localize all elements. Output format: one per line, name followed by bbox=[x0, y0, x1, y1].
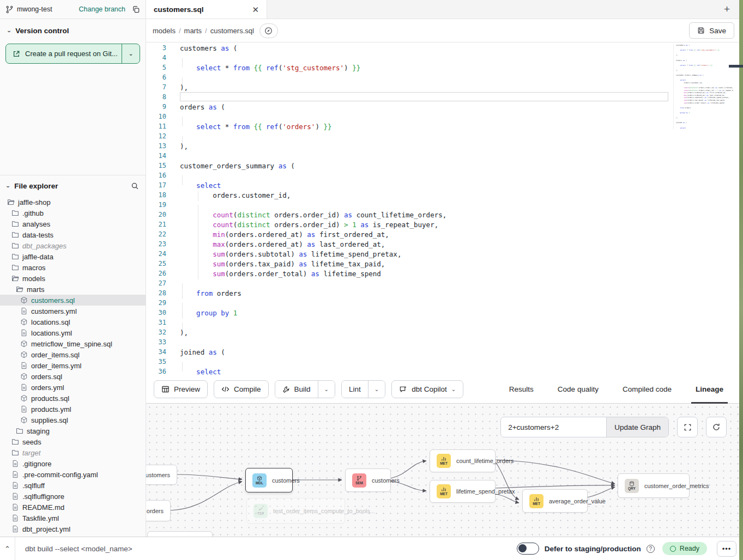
tree-item-orders-yml[interactable]: orders.yml bbox=[0, 382, 146, 393]
lineage-node-customers-model[interactable]: MDLcustomers bbox=[245, 468, 293, 492]
code-line-32[interactable]: 32), bbox=[146, 327, 672, 337]
refresh-icon[interactable] bbox=[706, 417, 727, 437]
code-line-12[interactable]: 12 bbox=[146, 131, 672, 141]
file-explorer-header[interactable]: ⌄ File explorer bbox=[0, 175, 146, 193]
code-line-8[interactable]: 8 bbox=[146, 92, 672, 102]
tree-item-readme-md[interactable]: README.md bbox=[0, 502, 146, 513]
change-branch-link[interactable]: Change branch bbox=[79, 5, 125, 13]
tree-item-target[interactable]: target bbox=[0, 447, 146, 458]
tree-item-customers-yml[interactable]: customers.yml bbox=[0, 306, 146, 316]
tab-compiled-code[interactable]: Compiled code bbox=[611, 375, 684, 403]
tree-item-supplies-sql[interactable]: supplies.sql bbox=[0, 415, 146, 425]
collapse-panel-icon[interactable]: ⌃ bbox=[0, 545, 15, 553]
lineage-node-stg_customers[interactable]: stg_customers bbox=[146, 465, 177, 485]
dbt-command-input[interactable]: dbt build --select <model_name> bbox=[15, 537, 517, 560]
lineage-panel[interactable]: stg_customersordersMDLcustomersTSTtest_o… bbox=[146, 404, 743, 537]
lint-dropdown[interactable]: ⌄ bbox=[368, 381, 385, 398]
code-line-33[interactable]: 33 bbox=[146, 337, 672, 347]
tree-item--sqlfluff[interactable]: .sqlfluff bbox=[0, 480, 146, 491]
tree-item-jaffle-data[interactable]: jaffle-data bbox=[0, 251, 146, 262]
lineage-node-customer_order_metrics[interactable]: QRYcustomer_order_metrics bbox=[618, 473, 690, 498]
tree-item--pre-commit-config-yaml[interactable]: .pre-commit-config.yaml bbox=[0, 469, 146, 480]
code-line-17[interactable]: 17 select bbox=[146, 180, 672, 190]
search-icon[interactable] bbox=[131, 182, 139, 190]
code-line-26[interactable]: 26 sum(orders.order_total) as lifetime_s… bbox=[146, 269, 672, 278]
build-dropdown[interactable]: ⌄ bbox=[318, 381, 335, 398]
lineage-node-customers-semantic[interactable]: SEMcustomers bbox=[345, 468, 391, 492]
code-line-29[interactable]: 29 bbox=[146, 298, 672, 308]
code-line-27[interactable]: 27 bbox=[146, 278, 672, 288]
code-line-30[interactable]: 30 group by 1 bbox=[146, 308, 672, 318]
code-line-14[interactable]: 14 bbox=[146, 151, 672, 161]
minimap[interactable]: customers as ( select * from {{ ref('stg… bbox=[673, 44, 733, 129]
tree-item-products-yml[interactable]: products.yml bbox=[0, 404, 146, 415]
code-line-7[interactable]: 7), bbox=[146, 82, 672, 92]
breadcrumb-models[interactable]: models bbox=[153, 27, 176, 35]
tree-item--gitignore[interactable]: .gitignore bbox=[0, 458, 146, 469]
code-line-24[interactable]: 24 sum(orders.subtotal) as lifetime_spen… bbox=[146, 249, 672, 259]
code-line-31[interactable]: 31 bbox=[146, 318, 672, 327]
code-line-5[interactable]: 5 select * from {{ ref('stg_customers') … bbox=[146, 63, 672, 72]
code-line-6[interactable]: 6 bbox=[146, 72, 672, 82]
code-line-9[interactable]: 9orders as ( bbox=[146, 102, 672, 112]
tree-item-seeds[interactable]: seeds bbox=[0, 436, 146, 447]
breadcrumb-marts[interactable]: marts bbox=[184, 27, 202, 35]
lint-button[interactable]: Lint bbox=[342, 381, 368, 398]
code-line-36[interactable]: 36 select bbox=[146, 367, 672, 375]
tab-results[interactable]: Results bbox=[497, 375, 546, 403]
defer-toggle[interactable] bbox=[517, 543, 539, 555]
breadcrumb-file[interactable]: customers.sql bbox=[210, 27, 254, 35]
tree-item-taskfile-yml[interactable]: Taskfile.yml bbox=[0, 513, 146, 524]
dbt-copilot-button[interactable]: dbt Copilot ⌄ bbox=[391, 380, 463, 398]
lineage-node-test-order-items[interactable]: TSTtest_order_items_compute_to_bools... bbox=[246, 498, 345, 524]
close-icon[interactable]: ✕ bbox=[252, 5, 259, 14]
scrollbar-thumb[interactable] bbox=[729, 65, 743, 68]
code-editor[interactable]: 3customers as (45 select * from {{ ref('… bbox=[146, 42, 743, 375]
lineage-selector-input[interactable]: 2+customers+2 bbox=[501, 417, 606, 437]
code-line-28[interactable]: 28 from orders bbox=[146, 288, 672, 298]
code-line-21[interactable]: 21 count(distinct orders.order_id) > 1 a… bbox=[146, 220, 672, 229]
new-tab-button[interactable]: + bbox=[724, 3, 730, 15]
tree-item-models[interactable]: models bbox=[0, 273, 146, 284]
compile-button[interactable]: Compile bbox=[214, 380, 269, 398]
code-line-25[interactable]: 25 sum(orders.tax_paid) as lifetime_tax_… bbox=[146, 259, 672, 269]
tree-item-jaffle-shop[interactable]: jaffle-shop bbox=[0, 197, 146, 208]
code-line-11[interactable]: 11 select * from {{ ref('orders') }} bbox=[146, 121, 672, 131]
tree-item-data-tests[interactable]: data-tests bbox=[0, 229, 146, 240]
tree-item-dbt-packages[interactable]: dbt_packages bbox=[0, 240, 146, 251]
code-line-19[interactable]: 19 bbox=[146, 200, 672, 210]
copy-branch-icon[interactable] bbox=[132, 5, 140, 14]
lint-split-button[interactable]: Lint ⌄ bbox=[341, 380, 385, 398]
pr-button-dropdown[interactable]: ⌄ bbox=[122, 44, 140, 63]
lineage-node-lifetime_spend_pretax[interactable]: METlifetime_spend_pretax bbox=[430, 480, 496, 503]
tree-item--github[interactable]: .github bbox=[0, 208, 146, 218]
tree-item--sqlfluffignore[interactable]: .sqlfluffignore bbox=[0, 491, 146, 502]
code-line-34[interactable]: 34joined as ( bbox=[146, 347, 672, 357]
lineage-node-average_order_value[interactable]: METaverage_order_value bbox=[522, 489, 588, 513]
build-split-button[interactable]: Build ⌄ bbox=[275, 380, 335, 398]
code-line-4[interactable]: 4 bbox=[146, 53, 672, 63]
tree-item-order-items-yml[interactable]: order_items.yml bbox=[0, 360, 146, 371]
tab-lineage[interactable]: Lineage bbox=[684, 375, 735, 403]
tree-item-locations-sql[interactable]: locations.sql bbox=[0, 316, 146, 327]
code-line-3[interactable]: 3customers as ( bbox=[146, 43, 672, 53]
tree-item-dbt-project-yml[interactable]: dbt_project.yml bbox=[0, 524, 146, 534]
tree-item-metricflow-time-spine-sql[interactable]: metricflow_time_spine.sql bbox=[0, 338, 146, 349]
help-icon[interactable]: ? bbox=[647, 545, 655, 553]
tree-item-products-sql[interactable]: products.sql bbox=[0, 393, 146, 404]
code-line-18[interactable]: 18 orders.customer_id, bbox=[146, 190, 672, 200]
lineage-node-orders[interactable]: orders bbox=[146, 500, 171, 521]
version-control-header[interactable]: ⌄ Version control bbox=[0, 19, 146, 39]
save-button[interactable]: Save bbox=[689, 22, 734, 39]
update-graph-button[interactable]: Update Graph bbox=[606, 417, 668, 437]
lineage-node-count_lifetime_orders[interactable]: METcount_lifetime_orders bbox=[430, 449, 496, 472]
compass-icon[interactable] bbox=[259, 23, 278, 38]
preview-button[interactable]: Preview bbox=[154, 380, 208, 398]
tab-customers-sql[interactable]: customers.sql ✕ bbox=[146, 0, 267, 19]
tree-item-locations-yml[interactable]: locations.yml bbox=[0, 327, 146, 338]
code-line-15[interactable]: 15customer_orders_summary as ( bbox=[146, 161, 672, 171]
code-line-23[interactable]: 23 max(orders.ordered_at) as last_ordere… bbox=[146, 239, 672, 249]
code-line-16[interactable]: 16 bbox=[146, 171, 672, 180]
tree-item-staging[interactable]: staging bbox=[0, 425, 146, 436]
more-options-button[interactable]: ••• bbox=[717, 541, 736, 557]
